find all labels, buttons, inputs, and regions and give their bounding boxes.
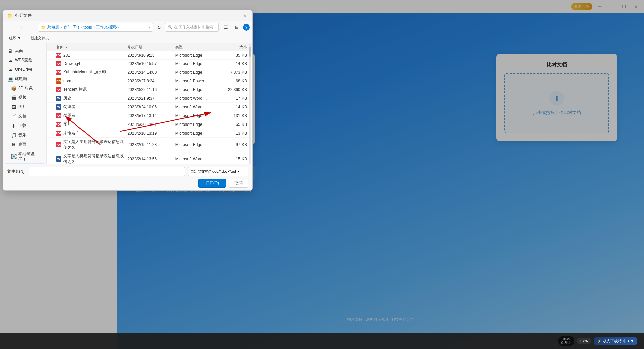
folder-icon: 📁 xyxy=(7,13,13,18)
dialog-close-button[interactable]: ✕ xyxy=(241,12,248,19)
nav-c-drive[interactable]: 💽 本地磁盘 (C:) xyxy=(4,149,45,163)
nav-video-label: 视频 xyxy=(18,95,26,100)
docs-icon: 📄 xyxy=(11,114,16,119)
open-button[interactable]: 打开(O) xyxy=(198,179,226,188)
file-type-history: Microsoft Word ... xyxy=(175,96,223,101)
file-row-unnamed[interactable]: PDF 未命名-1 2023/2/10 13:19 Microsoft Edge… xyxy=(47,129,252,138)
nav-pictures[interactable]: 🖼 图片 xyxy=(4,102,45,111)
file-name-history: 历史 xyxy=(63,95,71,101)
file-date-normal: 2023/2/27 8:24 xyxy=(127,79,175,83)
col-type-header[interactable]: 类型 xyxy=(175,45,223,50)
file-icon-drawing4: PDF xyxy=(56,61,61,66)
path-dropdown[interactable]: ▾ xyxy=(148,25,150,29)
file-row-231[interactable]: PDF 231 2023/3/10 9:13 Microsoft Edge ..… xyxy=(47,51,252,60)
help-btn[interactable]: ? xyxy=(243,24,250,31)
file-row-drawing4[interactable]: PDF Drawing4 2023/5/10 15:57 Microsoft E… xyxy=(47,60,252,68)
file-name-kubuntu: KubuntuManual_加水印 xyxy=(63,69,106,75)
jiguang-icon: ⚡ xyxy=(597,339,602,343)
speed-badge: 0K/s 0.3K/s xyxy=(558,336,574,346)
file-type-drawing4: Microsoft Edge ... xyxy=(175,61,223,66)
file-date-kubuntu: 2023/2/14 14:00 xyxy=(127,70,175,75)
nav-desktop2-label: 桌面 xyxy=(18,142,26,147)
address-bar[interactable]: 📁 此电脑 › 软件 (D:) › tools › 工作文档素材 ▾ xyxy=(38,23,153,32)
col-date-header[interactable]: 修改日期 xyxy=(127,45,175,50)
action-toolbar: 组织 ▼ 新建文件夹 xyxy=(3,33,252,43)
file-size-normal: 68 KB xyxy=(223,79,250,83)
up-button[interactable]: ↑ xyxy=(27,22,37,32)
file-date-tencent: 2023/3/22 11:16 xyxy=(127,87,175,92)
nav-docs-label: 文档 xyxy=(18,113,26,119)
file-name-231: 231 xyxy=(63,53,70,58)
speed-down: 0.3K/s xyxy=(561,341,571,345)
view-btn2[interactable]: ⊞ xyxy=(232,22,241,32)
nav-pc[interactable]: 💻 此电脑 xyxy=(4,74,45,83)
file-row-history[interactable]: W 历史 2023/2/21 9:37 Microsoft Word ... 1… xyxy=(47,94,252,103)
file-row-text1[interactable]: PDF 文字是人类用符号记录表达信息以传之久... 2023/2/15 11:2… xyxy=(47,138,252,152)
file-name-wangzhe2: 勿望者 xyxy=(63,113,75,118)
file-name-drawing4: Drawing4 xyxy=(63,61,80,66)
scrollbar[interactable] xyxy=(249,43,251,164)
nav-desktop[interactable]: 🖥 桌面 xyxy=(4,46,45,55)
path-folder[interactable]: 工作文档素材 xyxy=(96,24,120,30)
file-row-pics[interactable]: PDF 图片 2023/6/30 13:21 Microsoft Edge ..… xyxy=(47,120,252,129)
file-list-panel: 名称 ▲ 修改日期 类型 大小 PDF 231 2023/3/10 9:13 M… xyxy=(47,43,252,164)
file-date-wangzhe1: 2023/3/24 10:06 xyxy=(127,105,175,109)
organize-btn[interactable]: 组织 ▼ xyxy=(6,35,24,42)
file-date-text1: 2023/2/15 11:23 xyxy=(127,142,175,147)
nav-docs[interactable]: 📄 文档 xyxy=(4,112,45,121)
col-size-header[interactable]: 大小 xyxy=(223,45,250,50)
view-btn[interactable]: ☰ xyxy=(221,22,231,32)
nav-desktop2[interactable]: 🖥 桌面 xyxy=(4,140,45,149)
filetype-arrow: ▾ xyxy=(237,169,239,174)
filetype-dropdown[interactable]: 自定义文档(*.doc;*.docx*.pd ▾ xyxy=(188,167,248,176)
file-size-wangzhe2: 131 KB xyxy=(223,113,250,118)
search-icon: 🔍 xyxy=(168,25,173,29)
file-type-tencent: Microsoft Edge ... xyxy=(175,87,223,92)
file-type-kubuntu: Microsoft Edge ... xyxy=(175,70,223,75)
nav-3d[interactable]: 📦 3D 对象 xyxy=(4,84,45,93)
percentage-badge: 67% xyxy=(577,338,591,344)
cancel-button[interactable]: 取消 xyxy=(229,179,248,188)
path-d[interactable]: 软件 (D:) xyxy=(63,24,79,30)
desktop2-icon: 🖥 xyxy=(11,142,16,147)
file-type-unnamed: Microsoft Edge ... xyxy=(175,131,223,136)
file-row-wangzhe1[interactable]: W 勿望者 2023/3/24 10:06 Microsoft Word ...… xyxy=(47,103,252,111)
nav-video[interactable]: 🎬 视频 xyxy=(4,93,45,102)
nav-downloads[interactable]: ⬇ 下载 xyxy=(4,121,45,130)
file-row-text2[interactable]: W 文字是人类用符号记录表达信息以传之久... 2023/2/14 13:56 … xyxy=(47,152,252,164)
speed-up: 0K/s xyxy=(561,337,571,341)
file-icon-wangzhe1: W xyxy=(56,104,61,110)
dialog-title: 打开文件 xyxy=(15,13,239,18)
file-icon-tencent: PDF xyxy=(56,87,61,92)
search-placeholder: 在 工作文档素材 中搜索 xyxy=(174,24,213,30)
col-name-header[interactable]: 名称 ▲ xyxy=(49,45,127,50)
nav-onedrive[interactable]: ☁ OneDrive xyxy=(4,65,45,74)
file-row-tencent[interactable]: PDF Tencent 腾讯 2023/3/22 11:16 Microsoft… xyxy=(47,85,252,94)
nav-d-drive[interactable]: 💾 软件 (D:) xyxy=(4,163,45,164)
scroll-thumb[interactable] xyxy=(249,47,251,57)
nav-music[interactable]: 🎵 音乐 xyxy=(4,131,45,140)
file-type-wangzhe2: Microsoft Edge ... xyxy=(175,113,223,118)
file-size-tencent: 22,360 KB xyxy=(223,87,250,92)
refresh-button[interactable]: ↻ xyxy=(154,22,164,32)
nav-wps[interactable]: ☁ WPS云盘 xyxy=(4,56,45,65)
file-type-wangzhe1: Microsoft Word ... xyxy=(175,105,223,109)
music-icon: 🎵 xyxy=(11,133,16,138)
path-tools[interactable]: tools xyxy=(83,25,92,30)
desktop-icon: 🖥 xyxy=(8,48,13,54)
file-row-kubuntu[interactable]: PDF KubuntuManual_加水印 2023/2/14 14:00 Mi… xyxy=(47,68,252,77)
file-name-wangzhe1: 勿望者 xyxy=(63,104,75,110)
nav-desktop-label: 桌面 xyxy=(15,48,23,54)
file-name-text2: 文字是人类用符号记录表达信息以传之久... xyxy=(63,153,127,164)
back-button[interactable]: ‹ xyxy=(6,22,15,32)
nav-3d-label: 3D 对象 xyxy=(18,85,33,91)
filename-row: 文件名(N): 自定义文档(*.doc;*.docx*.pd ▾ xyxy=(7,167,248,176)
filename-input[interactable] xyxy=(29,167,185,176)
forward-button[interactable]: › xyxy=(16,22,26,32)
jiguang-badge[interactable]: ⚡ 极光下载站 中▲▼ xyxy=(594,337,637,345)
file-row-wangzhe2[interactable]: PDF 勿望者 2023/5/17 13:14 Microsoft Edge .… xyxy=(47,111,252,120)
new-folder-btn[interactable]: 新建文件夹 xyxy=(27,35,52,42)
file-row-normal[interactable]: PPT normal 2023/2/27 8:24 Microsoft Powe… xyxy=(47,77,252,85)
search-box[interactable]: 🔍 在 工作文档素材 中搜索 xyxy=(165,23,219,32)
path-pc[interactable]: 此电脑 xyxy=(47,24,59,30)
